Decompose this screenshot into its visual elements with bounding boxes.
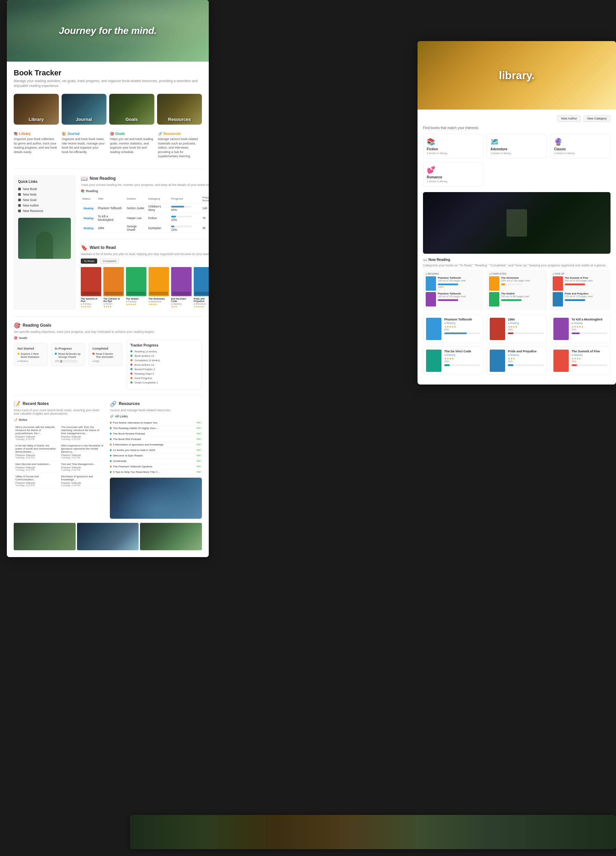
new-category-button[interactable]: New Category bbox=[584, 115, 610, 122]
resource-dot bbox=[110, 438, 112, 440]
note-date: Tuesday, 4:16 PM bbox=[15, 469, 57, 471]
goals-kanban: 🎯 Goals Not Started Explore 2 New Book R… bbox=[14, 336, 123, 389]
goal-item-1: Read All Books by George Orwell bbox=[55, 353, 81, 359]
adventure-icon: 🗺️ bbox=[490, 138, 543, 146]
category-journal[interactable]: Journal bbox=[61, 94, 107, 125]
resources-section: 🔗 Resources Access and manage book-relat… bbox=[110, 400, 202, 519]
book-title: 1984 bbox=[508, 318, 544, 321]
tracker-item: Books/Chapter 4 bbox=[131, 368, 198, 371]
table-row: Who's encounter with the tollbooth, intr… bbox=[14, 424, 105, 442]
tracker-item: Book Actions 12 bbox=[131, 363, 198, 366]
filter-completed[interactable]: Completed bbox=[100, 259, 120, 264]
list-item[interactable]: The Summit of Five ● Reading ★★★★ 15% bbox=[550, 346, 610, 375]
category-grid: Library Journal Goals Resources bbox=[14, 94, 202, 125]
genre-classic[interactable]: 🔮 Classic 4 books in library bbox=[550, 134, 610, 159]
filter-to-read[interactable]: To Read bbox=[81, 259, 97, 264]
resource-dot bbox=[110, 460, 112, 462]
list-item[interactable]: The Summit of Five ● Fantasy ★★★★★ bbox=[81, 267, 101, 308]
book-pct: 63% bbox=[444, 328, 480, 331]
list-item[interactable]: Evil the Eden Code ● Mystery ★★★ bbox=[171, 267, 192, 308]
book-genre: ● Fiction bbox=[103, 303, 124, 305]
genre-adventure[interactable]: 🗺️ Adventure 1 books in library bbox=[487, 134, 547, 159]
list-item[interactable]: The Alchemist ● Adventure ★★★★ bbox=[149, 267, 169, 308]
new-author-button[interactable]: New Author bbox=[557, 115, 581, 122]
list-item[interactable]: The Phantom Tollbooth Symbols free bbox=[110, 464, 202, 470]
genre-fiction[interactable]: 📚 Fiction 3 books in library bbox=[423, 134, 483, 159]
bookmark-icon: 🔖 bbox=[81, 245, 88, 251]
status-badge: Reading bbox=[82, 207, 95, 210]
note-cell: Milo's experience in the Mountains of Ig… bbox=[60, 443, 105, 460]
book-rating: ★★★★ bbox=[103, 305, 124, 308]
footer-images bbox=[14, 523, 202, 550]
quick-link-new-note[interactable]: New Note bbox=[18, 192, 71, 197]
cat-desc-goals: 🎯 Goals Helps you set and track reading … bbox=[110, 130, 154, 163]
list-item[interactable]: Pride and Prejudice ● Romance ★★★★★ bbox=[194, 267, 209, 308]
resource-badge: free bbox=[196, 421, 202, 424]
list-item[interactable]: 11 books you need to read in 2024 free bbox=[110, 448, 202, 453]
note-text: Mountains of Ignorance and Knowledge... bbox=[61, 475, 104, 481]
goals-title-row: 🎯 Reading Goals bbox=[14, 322, 202, 329]
list-item[interactable]: The Catcher in the Rye ● Fiction ★★★★ bbox=[103, 267, 124, 308]
reading-summary: 📖 Now Reading Categorize your books as "… bbox=[423, 258, 610, 311]
resource-dot bbox=[110, 427, 112, 429]
page-subtitle: Manage your reading activities, set goal… bbox=[14, 79, 202, 88]
book-title-cell: 1984 bbox=[97, 223, 126, 233]
list-item[interactable]: The Da Vinci Code ● Reading ★★★★ 15% bbox=[423, 346, 483, 375]
genre-romance[interactable]: 💕 Romance 1 books in library bbox=[423, 162, 483, 186]
note-author: Phantom Tollbooth bbox=[61, 466, 104, 469]
resource-text: 5 Tips to Help You Read More This Y... bbox=[113, 470, 194, 474]
quick-link-new-book[interactable]: New Book bbox=[18, 186, 71, 192]
list-item[interactable]: 1984 ● Reading ★★★★ 15% bbox=[487, 315, 547, 343]
list-item[interactable]: Goodreads free bbox=[110, 459, 202, 464]
list-item[interactable]: 5 Mountains of Ignorance and Knowledge f… bbox=[110, 442, 202, 448]
book-grid-info: The Da Vinci Code ● Reading ★★★★ 15% bbox=[444, 349, 480, 372]
category-library[interactable]: Library bbox=[14, 94, 59, 125]
tracker-title: Tracker Progress bbox=[131, 343, 198, 347]
rs-completed-col: ● Completed The Alchemist 20% out of 100… bbox=[486, 270, 547, 311]
quick-links-reading-layout: Quick Links New Book New Note New Goal N… bbox=[14, 175, 202, 309]
note-cell: In the tall Valley of Giants, the power … bbox=[14, 443, 60, 460]
bottom-grid: 📝 Recent Notes Keep track of your most r… bbox=[14, 395, 202, 519]
want-to-read-title-row: 🔖 Want to Read bbox=[81, 245, 209, 251]
list-item[interactable]: The Book Review Podcast free bbox=[110, 431, 202, 437]
quick-link-new-resource[interactable]: New Resource bbox=[18, 208, 71, 214]
note-cell: Who's encounter with the tollbooth, intr… bbox=[14, 424, 60, 442]
goals-subsection: 🎯 Goals bbox=[14, 336, 123, 340]
book-grid-info: 1984 ● Reading ★★★★ 15% bbox=[508, 318, 544, 340]
list-item[interactable]: Phantom Tollbooth ● Reading ★★★★★ 63% bbox=[423, 315, 483, 343]
quick-link-new-author[interactable]: New Author bbox=[18, 203, 71, 208]
fiction-count: 3 books in library bbox=[427, 152, 479, 155]
list-item[interactable]: To Kill a Mockingbird ● Reading ★★★★★ 23… bbox=[550, 315, 610, 343]
list-item[interactable]: The Reading Habits Of Highly Succ... fre… bbox=[110, 426, 202, 431]
want-subtitle: Maintain a list of books you plan to rea… bbox=[81, 252, 209, 256]
note-cell: Tom and Time Management... Phantom Tollb… bbox=[60, 461, 105, 473]
list-item[interactable]: Welcome to Epic Reads! free bbox=[110, 453, 202, 459]
rs-reading-col: ● Reading Phantom Tollbooth 100 out of 1… bbox=[423, 270, 484, 311]
quick-link-new-goal[interactable]: New Goal bbox=[18, 197, 71, 203]
resource-dot bbox=[110, 444, 112, 445]
table-row: Valley of Sunset and Communication... Ph… bbox=[14, 474, 105, 488]
book-progress-cell: 63% bbox=[170, 203, 201, 213]
category-goals[interactable]: Goals bbox=[109, 94, 154, 125]
goal-item-2: Read 5 Books This Semester bbox=[92, 353, 119, 359]
resource-badge: free bbox=[196, 432, 202, 435]
list-item[interactable]: Pride and Prejudice ● Reading ★★★ 15% bbox=[487, 346, 547, 375]
category-journal-label: Journal bbox=[61, 117, 107, 122]
list-item[interactable]: The Hobbit ● Fantasy ★★★★★ bbox=[126, 267, 146, 308]
category-resources[interactable]: Resources bbox=[157, 94, 202, 125]
note-author: Phantom Tollbooth bbox=[61, 482, 104, 484]
rs-giveup-col: ● Give Up The Summit of Five 100 out of … bbox=[550, 270, 610, 311]
list-item[interactable]: Five Author Interviews to Inspire You fr… bbox=[110, 420, 202, 426]
rs-info-1: Phantom Tollbooth 100 out of 100 pages r… bbox=[438, 292, 466, 302]
goal-priority-2: ● High bbox=[92, 360, 119, 362]
list-item[interactable]: The Book Riot Podcast free bbox=[110, 437, 202, 442]
tracker-dot bbox=[131, 382, 132, 383]
goals-grid: Not Started Explore 2 New Book Releases … bbox=[14, 343, 123, 366]
book-author-cell: Norton Juster bbox=[126, 203, 147, 213]
library-desc: Organize your book collection by genre a… bbox=[14, 137, 58, 154]
notes-title-row: 📝 Recent Notes bbox=[14, 400, 106, 407]
classic-name: Classic bbox=[554, 147, 607, 151]
list-item[interactable]: 5 Tips to Help You Read More This Y... f… bbox=[110, 470, 202, 475]
goal-pct-1: 20% ▓░░░░░░░░░ bbox=[55, 360, 81, 362]
resource-badge: free bbox=[196, 470, 202, 473]
